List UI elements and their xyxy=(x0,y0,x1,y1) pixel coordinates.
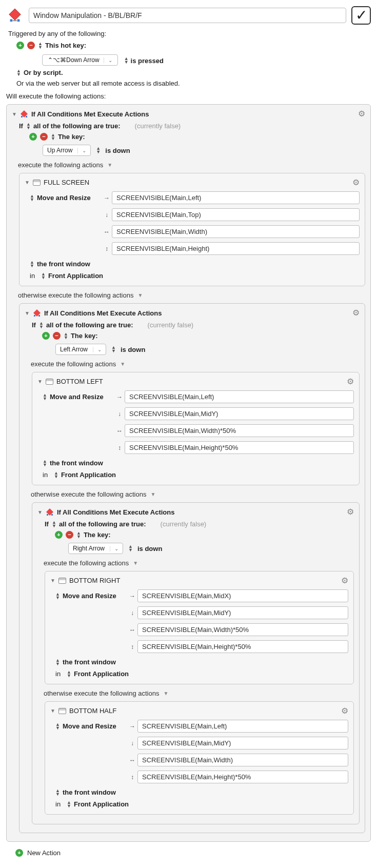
param-top-input[interactable] xyxy=(125,407,354,420)
action-title-text: BOTTOM LEFT xyxy=(56,378,103,385)
key-state-selector-icon[interactable] xyxy=(96,147,100,154)
new-action-row[interactable]: + New Action xyxy=(15,849,371,857)
in-label: in xyxy=(55,800,64,808)
param-left-input[interactable] xyxy=(112,191,360,204)
hotkey-field[interactable]: ⌃⌥⌘Down Arrow ⌄ xyxy=(42,54,118,66)
condition-type-selector-icon[interactable] xyxy=(64,332,68,340)
disclosure-triangle-icon[interactable]: ▼ xyxy=(37,509,43,515)
arrow-right-icon: → xyxy=(127,593,137,600)
action-bottom-left: ⚙ ▼ BOTTOM LEFT Move and Resize → ↓ ↔ ↕ … xyxy=(32,372,360,485)
app-target-selector-icon[interactable] xyxy=(67,801,71,808)
add-condition-button[interactable]: + xyxy=(29,133,37,141)
trigger-type-selector-icon[interactable] xyxy=(38,42,42,49)
script-trigger-row: Or by script. xyxy=(16,69,371,76)
gear-icon[interactable]: ⚙ xyxy=(352,177,360,187)
action-type-selector-icon[interactable] xyxy=(55,593,59,600)
disclosure-triangle-icon[interactable]: ▼ xyxy=(133,560,138,566)
action-type-selector-icon[interactable] xyxy=(43,393,47,401)
disclosure-triangle-icon[interactable]: ▼ xyxy=(120,361,125,367)
if-mode-selector-icon[interactable] xyxy=(39,322,43,329)
condition-type-selector-icon[interactable] xyxy=(76,531,81,539)
action-bottom-half: ⚙ ▼ BOTTOM HALF Move and Resize → ↓ ↔ ↕ xyxy=(45,701,354,815)
app-target-selector-icon[interactable] xyxy=(41,272,45,280)
if-icon xyxy=(46,508,54,516)
param-width-input[interactable] xyxy=(137,754,348,766)
disclosure-triangle-icon[interactable]: ▼ xyxy=(137,292,143,298)
app-target-selector-icon[interactable] xyxy=(54,471,58,479)
move-resize-label: Move and Resize xyxy=(37,194,91,202)
if-mode-selector-icon[interactable] xyxy=(52,521,56,528)
otherwise-execute-label: otherwise execute the following actions xyxy=(18,291,133,299)
script-trigger-selector-icon[interactable] xyxy=(16,69,21,76)
currently-false-label: (currently false) xyxy=(161,520,207,528)
param-left-input[interactable] xyxy=(137,720,348,733)
remove-condition-button[interactable]: − xyxy=(66,531,73,539)
remove-trigger-button[interactable]: − xyxy=(27,42,35,49)
window-target-selector-icon[interactable] xyxy=(55,789,59,796)
app-target-selector-icon[interactable] xyxy=(67,670,71,678)
window-target-selector-icon[interactable] xyxy=(43,460,47,467)
window-target-selector-icon[interactable] xyxy=(30,261,34,268)
remove-condition-button[interactable]: − xyxy=(53,332,61,340)
chevron-down-icon[interactable]: ⌄ xyxy=(77,148,86,153)
chevron-down-icon[interactable]: ⌄ xyxy=(110,546,118,551)
add-condition-button[interactable]: + xyxy=(55,531,63,539)
gear-icon[interactable]: ⚙ xyxy=(341,576,348,585)
svg-rect-8 xyxy=(34,315,35,317)
add-trigger-button[interactable]: + xyxy=(16,42,24,49)
gear-icon[interactable]: ⚙ xyxy=(352,308,360,318)
disclosure-triangle-icon[interactable]: ▼ xyxy=(150,491,155,497)
svg-rect-12 xyxy=(51,514,53,516)
chevron-down-icon[interactable]: ⌄ xyxy=(104,57,112,63)
disclosure-triangle-icon[interactable]: ▼ xyxy=(107,162,112,168)
param-width-input[interactable] xyxy=(137,623,348,636)
action-type-selector-icon[interactable] xyxy=(30,194,34,202)
param-left-input[interactable] xyxy=(137,589,348,602)
action-title-text: BOTTOM RIGHT xyxy=(69,577,120,584)
disclosure-triangle-icon[interactable]: ▼ xyxy=(12,111,17,117)
param-width-input[interactable] xyxy=(112,225,360,238)
move-resize-label: Move and Resize xyxy=(63,722,116,730)
gear-icon[interactable]: ⚙ xyxy=(358,109,365,119)
remove-condition-button[interactable]: − xyxy=(40,133,48,141)
key-state-selector-icon[interactable] xyxy=(111,346,115,353)
key-select[interactable]: Right Arrow ⌄ xyxy=(68,543,123,554)
gear-icon[interactable]: ⚙ xyxy=(347,377,354,386)
key-select[interactable]: Left Arrow ⌄ xyxy=(55,344,106,355)
arrow-down-icon: ↓ xyxy=(114,410,125,418)
gear-icon[interactable]: ⚙ xyxy=(341,706,348,716)
key-select-value: Up Arrow xyxy=(47,147,72,154)
gear-icon[interactable]: ⚙ xyxy=(347,507,354,517)
disclosure-triangle-icon[interactable]: ▼ xyxy=(50,578,55,583)
key-state-selector-icon[interactable] xyxy=(128,545,132,552)
arrow-updown-icon: ↕ xyxy=(127,643,137,650)
param-top-input[interactable] xyxy=(112,208,360,221)
param-top-input[interactable] xyxy=(137,737,348,749)
action-type-selector-icon[interactable] xyxy=(55,723,59,730)
svg-marker-0 xyxy=(9,9,21,21)
chevron-down-icon[interactable]: ⌄ xyxy=(93,347,102,352)
execute-following-label: execute the following actions xyxy=(18,161,103,169)
disclosure-triangle-icon[interactable]: ▼ xyxy=(37,379,43,384)
param-height-input[interactable] xyxy=(125,441,354,454)
disclosure-triangle-icon[interactable]: ▼ xyxy=(25,310,30,316)
disclosure-triangle-icon[interactable]: ▼ xyxy=(163,691,168,696)
param-top-input[interactable] xyxy=(137,606,348,619)
disclosure-triangle-icon[interactable]: ▼ xyxy=(25,180,30,185)
macro-name-input[interactable] xyxy=(29,8,346,23)
param-left-input[interactable] xyxy=(125,390,354,403)
add-condition-button[interactable]: + xyxy=(42,332,50,340)
param-height-input[interactable] xyxy=(137,771,348,783)
svg-rect-2 xyxy=(17,19,20,22)
if-mode-selector-icon[interactable] xyxy=(26,123,30,130)
macro-enabled-checkbox[interactable]: ✓ xyxy=(351,6,371,25)
if-all-conditions-label: If All Conditions Met Execute Actions xyxy=(57,508,174,516)
disclosure-triangle-icon[interactable]: ▼ xyxy=(50,708,55,714)
condition-type-selector-icon[interactable] xyxy=(51,133,55,141)
hotkey-mode-selector-icon[interactable] xyxy=(124,57,128,64)
param-width-input[interactable] xyxy=(125,424,354,437)
param-height-input[interactable] xyxy=(112,242,360,255)
param-height-input[interactable] xyxy=(137,640,348,653)
window-target-selector-icon[interactable] xyxy=(55,659,59,666)
key-select[interactable]: Up Arrow ⌄ xyxy=(43,145,91,156)
